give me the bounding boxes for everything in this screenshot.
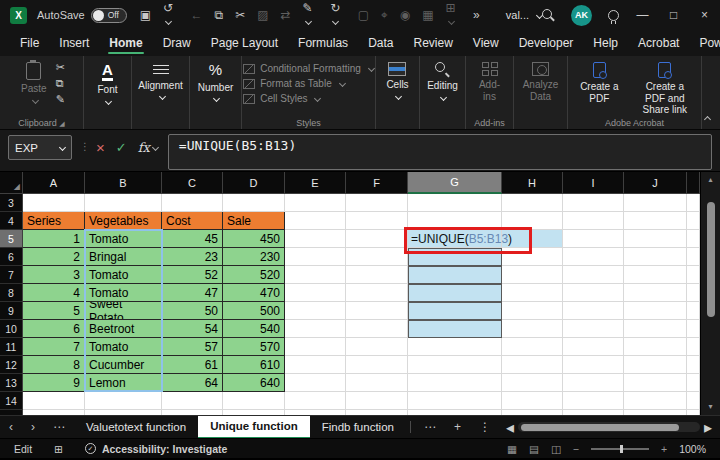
format-as-table-button[interactable]: Format as Table	[243, 78, 345, 89]
flowchart-icon[interactable]: ⊞	[446, 1, 462, 29]
cell[interactable]	[285, 266, 346, 284]
cell[interactable]	[563, 230, 624, 248]
create-pdf-share-button[interactable]: Create a PDF and Share link	[633, 61, 697, 117]
cell[interactable]	[687, 392, 700, 410]
cell[interactable]: 64	[162, 374, 223, 392]
cell[interactable]: 52	[162, 266, 223, 284]
cell[interactable]	[285, 212, 346, 230]
cell[interactable]: 54	[162, 320, 223, 338]
accessibility-status[interactable]: ✓ Accessibility: Investigate	[85, 443, 227, 455]
save-icon[interactable]: ▣	[140, 8, 151, 22]
cell[interactable]	[162, 194, 223, 212]
row-header-6[interactable]: 6	[0, 248, 23, 266]
tab-developer[interactable]: Developer	[509, 30, 584, 56]
dialog-launcher-icon[interactable]: ◢	[59, 120, 64, 127]
enter-check-icon[interactable]: ✓	[116, 140, 127, 155]
sheet-next-icon[interactable]: ›	[22, 420, 44, 434]
tab-draw[interactable]: Draw	[153, 30, 201, 56]
cell[interactable]	[223, 194, 285, 212]
cut-icon[interactable]: ✂	[235, 8, 245, 22]
cell[interactable]	[687, 266, 700, 284]
vertical-scroll-thumb[interactable]	[707, 202, 715, 317]
column-header-b[interactable]: B	[85, 172, 162, 194]
more-commands-icon[interactable]: »	[473, 8, 480, 22]
cell[interactable]	[563, 338, 624, 356]
cell[interactable]	[346, 302, 408, 320]
cell[interactable]	[624, 212, 687, 230]
cell[interactable]: 47	[162, 284, 223, 302]
spill-cell[interactable]	[408, 266, 502, 284]
add-sheet-button[interactable]: +	[445, 420, 470, 434]
cell[interactable]: 230	[223, 248, 285, 266]
cell[interactable]	[408, 374, 502, 392]
back-icon[interactable]: ←	[191, 8, 203, 22]
page-break-view-icon[interactable]: ◫	[551, 443, 561, 455]
cell[interactable]: 470	[223, 284, 285, 302]
close-button[interactable]: ×	[689, 0, 720, 30]
cell[interactable]	[285, 338, 346, 356]
spill-cell[interactable]	[408, 302, 502, 320]
search-icon[interactable]	[542, 9, 555, 22]
maximize-button[interactable]: □	[658, 0, 689, 30]
column-header-f[interactable]: F	[346, 172, 408, 194]
cell[interactable]	[346, 320, 408, 338]
cut-icon[interactable]: ✂	[56, 61, 65, 74]
tab-file[interactable]: File	[10, 30, 49, 56]
cell[interactable]	[687, 302, 700, 320]
redo-icon[interactable]: ↻	[330, 1, 346, 29]
alignment-button[interactable]: Alignment	[135, 61, 185, 100]
table-tool-icon[interactable]: ▦	[422, 8, 433, 22]
cell[interactable]: 61	[162, 356, 223, 374]
normal-view-icon[interactable]: ▦	[507, 443, 517, 455]
cell[interactable]	[502, 338, 563, 356]
column-header-h[interactable]: H	[502, 172, 563, 194]
cell[interactable]	[285, 392, 346, 410]
tab-page-layout[interactable]: Page Layout	[201, 30, 288, 56]
cell[interactable]	[346, 194, 408, 212]
more-sheets-icon[interactable]: ⋯	[415, 420, 445, 434]
collapse-ribbon-icon[interactable]	[702, 107, 710, 125]
row-header-5-selected[interactable]: 5	[0, 230, 23, 248]
cell[interactable]	[408, 392, 502, 410]
cell[interactable]	[563, 266, 624, 284]
cell[interactable]	[624, 302, 687, 320]
cell[interactable]	[23, 392, 85, 410]
cell[interactable]	[285, 320, 346, 338]
row-header-3[interactable]: 3	[0, 194, 23, 212]
cell[interactable]: 8	[23, 356, 85, 374]
cell[interactable]	[85, 392, 162, 410]
cell[interactable]	[346, 356, 408, 374]
font-button[interactable]: A Font	[94, 61, 120, 105]
cell[interactable]	[223, 392, 285, 410]
cell[interactable]	[346, 248, 408, 266]
cell[interactable]	[687, 374, 700, 392]
cells-button[interactable]: Cells	[383, 61, 411, 100]
sheet-tab-valuetotext[interactable]: Valuetotext function	[74, 416, 198, 439]
select-all-button[interactable]: ◢	[0, 172, 23, 194]
cell[interactable]: 610	[223, 356, 285, 374]
tab-acrobat[interactable]: Acrobat	[628, 30, 689, 56]
cell[interactable]	[502, 284, 563, 302]
row-header-14[interactable]: 14	[0, 392, 23, 410]
cell[interactable]: 7	[23, 338, 85, 356]
column-header-c[interactable]: C	[162, 172, 223, 194]
name-box[interactable]: EXP	[8, 135, 72, 160]
horizontal-scroll-thumb[interactable]	[521, 424, 679, 431]
cell[interactable]	[624, 320, 687, 338]
row-header-13[interactable]: 13	[0, 374, 23, 392]
copy-icon[interactable]: ⧉	[56, 77, 65, 90]
spill-cell[interactable]	[408, 320, 502, 338]
cancel-icon[interactable]: ×	[96, 140, 105, 155]
cell[interactable]	[502, 266, 563, 284]
cell[interactable]: 23	[162, 248, 223, 266]
paste-button[interactable]: Paste	[18, 61, 50, 104]
copy-icon[interactable]: ⧉	[215, 8, 224, 22]
spill-cell[interactable]	[408, 284, 502, 302]
cell[interactable]: 450	[223, 230, 285, 248]
format-painter-icon[interactable]: ✎	[56, 93, 65, 106]
cell[interactable]	[162, 392, 223, 410]
vertical-scrollbar[interactable]: ▴ ▾	[700, 172, 720, 415]
cell[interactable]	[285, 248, 346, 266]
cell-vegetables-header[interactable]: Vegetables	[85, 212, 162, 230]
cell[interactable]	[624, 356, 687, 374]
